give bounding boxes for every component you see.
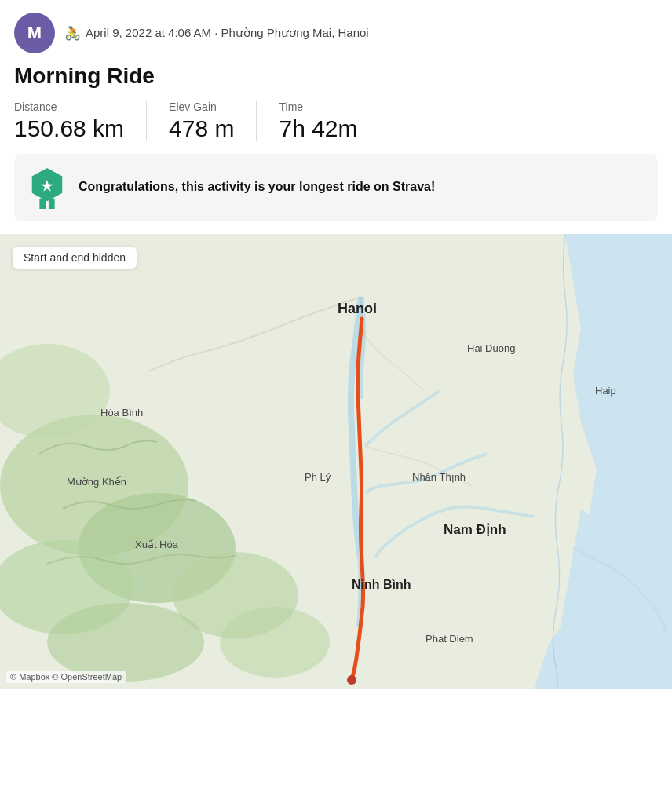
activity-header: M 🚴 April 9, 2022 at 4:06 AM · Phường Ph…	[0, 0, 672, 60]
svg-rect-1	[39, 198, 46, 209]
svg-text:★: ★	[42, 177, 54, 193]
svg-rect-2	[49, 198, 55, 209]
svg-point-9	[47, 603, 204, 682]
user-avatar: M	[14, 13, 55, 53]
stat-time: Time 7h 42m	[256, 100, 357, 141]
stat-time-value: 7h 42m	[279, 115, 357, 141]
activity-title: Morning Ride	[14, 63, 658, 90]
map-city-haiduong: Hai Duong	[467, 342, 515, 354]
stat-elevation: Elev Gain 478 m	[146, 100, 256, 141]
stat-distance-value: 150.68 km	[14, 115, 124, 141]
bike-icon: 🚴	[64, 25, 81, 42]
map-attribution: © Mapbox © OpenStreetMap	[6, 671, 126, 683]
map-start-end-label: Start and end hidden	[13, 247, 137, 269]
stat-elevation-value: 478 m	[169, 115, 234, 141]
achievement-banner: ★ Congratulations, this activity is your…	[14, 154, 658, 221]
stat-distance-label: Distance	[14, 100, 124, 113]
map-city-namdinh: Nam Định	[444, 521, 506, 538]
map-city-haiphong: Haip	[595, 385, 616, 397]
achievement-icon-wrap: ★	[28, 166, 66, 209]
svg-point-10	[220, 607, 330, 678]
map-city-muongkhen: Mường Khến	[67, 476, 126, 488]
stats-row: Distance 150.68 km Elev Gain 478 m Time …	[0, 100, 672, 154]
svg-point-12	[347, 675, 356, 685]
achievement-badge-icon: ★	[28, 166, 66, 209]
map-city-phatdiem: Phat Diem	[425, 633, 473, 645]
map-city-hanoi: Hanoi	[338, 301, 377, 317]
activity-date-location: 🚴 April 9, 2022 at 4:06 AM · Phường Phươ…	[64, 25, 369, 42]
map-city-nhanthinh: Nhân Thịnh	[412, 471, 466, 483]
map-city-hoabinh: Hòa Bình	[100, 407, 143, 418]
map-city-ninhbinh: Ninh Bình	[352, 578, 411, 592]
map-background	[0, 234, 672, 689]
activity-title-section: Morning Ride	[0, 60, 672, 100]
map-container[interactable]: Hanoi Hai Duong Haip Hòa Bình Mường Khến…	[0, 234, 672, 689]
achievement-text: Congratulations, this activity is your l…	[79, 178, 435, 196]
map-city-xuathoa: Xuất Hóa	[135, 539, 178, 550]
stat-time-label: Time	[279, 100, 357, 113]
map-city-phuly: Ph Lý	[305, 471, 331, 483]
stat-elevation-label: Elev Gain	[169, 100, 234, 113]
header-meta: 🚴 April 9, 2022 at 4:06 AM · Phường Phươ…	[64, 25, 369, 42]
stat-distance: Distance 150.68 km	[14, 100, 146, 141]
